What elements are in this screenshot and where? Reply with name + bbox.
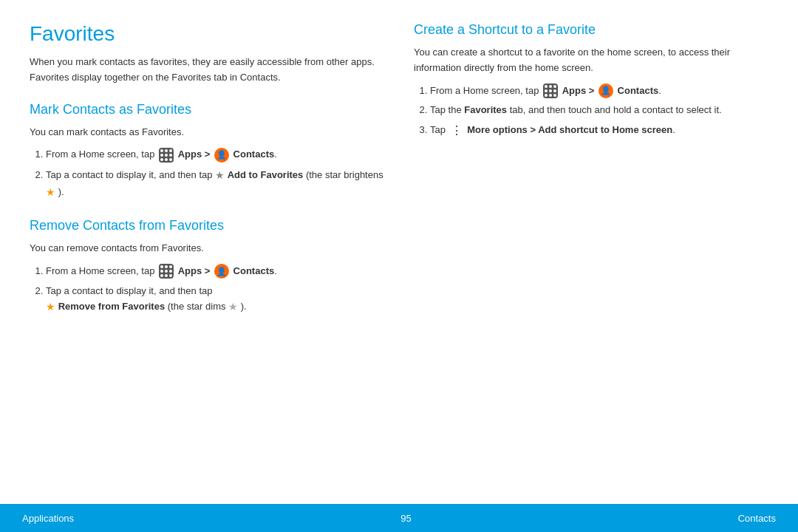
apps-grid-icon-2 bbox=[160, 265, 172, 277]
shortcut-step-3-text-before: Tap bbox=[430, 124, 449, 135]
page-title: Favorites bbox=[30, 22, 384, 46]
shortcut-section: Create a Shortcut to a Favorite You can … bbox=[414, 22, 768, 138]
footer-wrapper: Applications 95 Contacts bbox=[22, 513, 776, 524]
period1: . bbox=[274, 149, 277, 160]
shortcut-step-2: Tap the Favorites tab, and then touch an… bbox=[430, 103, 768, 118]
contacts-label: Contacts bbox=[233, 149, 275, 160]
contacts-icon-2: 👤 bbox=[214, 264, 229, 279]
shortcut-step-2-text: Tap the Favorites tab, and then touch an… bbox=[430, 104, 722, 115]
shortcut-step-3: Tap More options > Add shortcut to Home … bbox=[430, 123, 768, 138]
remove-step-2-end: (the star dims bbox=[168, 301, 228, 312]
footer-right: Contacts bbox=[738, 513, 776, 524]
period3: . bbox=[658, 85, 661, 96]
mark-step-1: From a Home screen, tap Apps > 👤 Contact… bbox=[46, 147, 384, 163]
remove-step-2-paren-close: ). bbox=[241, 301, 247, 312]
contacts-icon: 👤 bbox=[214, 148, 229, 163]
star-filled-icon: ★ bbox=[46, 184, 55, 200]
apps-label-3: Apps > bbox=[562, 85, 597, 96]
page-intro: When you mark contacts as favorites, the… bbox=[30, 55, 384, 86]
remove-step-2: Tap a contact to display it, and then ta… bbox=[46, 284, 384, 316]
star-empty-icon: ★ bbox=[215, 167, 225, 183]
remove-favorites-title: Remove Contacts from Favorites bbox=[30, 218, 384, 233]
remove-favorites-section: Remove Contacts from Favorites You can r… bbox=[30, 218, 384, 316]
shortcut-steps: From a Home screen, tap Apps > 👤 Contact… bbox=[414, 83, 768, 138]
footer: Applications 95 Contacts bbox=[0, 504, 798, 532]
more-options-icon bbox=[450, 124, 463, 137]
favorites-tab-label: Favorites bbox=[464, 104, 507, 115]
remove-favorites-desc: You can remove contacts from Favorites. bbox=[30, 241, 384, 256]
add-shortcut-label: More options > Add shortcut to Home scre… bbox=[467, 124, 672, 135]
apps-grid-icon-3 bbox=[545, 85, 556, 97]
remove-favorites-steps: From a Home screen, tap Apps > 👤 Contact… bbox=[30, 264, 384, 316]
shortcut-desc: You can create a shortcut to a favorite … bbox=[414, 45, 768, 76]
period2: . bbox=[274, 265, 277, 276]
left-column: Favorites When you mark contacts as favo… bbox=[30, 22, 384, 489]
star-dim-icon: ★ bbox=[228, 299, 238, 315]
apps-grid-icon bbox=[160, 149, 172, 161]
contacts-label-2: Contacts bbox=[233, 265, 275, 276]
footer-center: 95 bbox=[400, 513, 411, 524]
apps-label: Apps > bbox=[178, 149, 213, 160]
mark-step-2: Tap a contact to display it, and then ta… bbox=[46, 167, 384, 200]
mark-favorites-section: Mark Contacts as Favorites You can mark … bbox=[30, 102, 384, 200]
mark-step-2-text: Tap a contact to display it, and then ta… bbox=[46, 169, 215, 180]
shortcut-step-1: From a Home screen, tap Apps > 👤 Contact… bbox=[430, 83, 768, 99]
period4: . bbox=[672, 124, 675, 135]
remove-from-favorites-label: Remove from Favorites bbox=[58, 301, 166, 312]
contacts-label-3: Contacts bbox=[618, 85, 659, 96]
remove-step-2-text: Tap a contact to display it, and then ta… bbox=[46, 285, 212, 296]
mark-favorites-title: Mark Contacts as Favorites bbox=[30, 102, 384, 117]
right-column: Create a Shortcut to a Favorite You can … bbox=[414, 22, 768, 489]
apps-icon-3 bbox=[543, 83, 558, 98]
shortcut-step-1-text-before: From a Home screen, tap bbox=[430, 85, 542, 96]
apps-label-2: Apps > bbox=[178, 265, 213, 276]
footer-left: Applications bbox=[22, 513, 74, 524]
mark-step-1-text-before: From a Home screen, tap bbox=[46, 149, 157, 160]
contacts-icon-3: 👤 bbox=[598, 83, 613, 98]
apps-icon bbox=[159, 148, 174, 163]
remove-step-1-text-before: From a Home screen, tap bbox=[46, 265, 157, 276]
mark-favorites-steps: From a Home screen, tap Apps > 👤 Contact… bbox=[30, 147, 384, 200]
remove-step-1: From a Home screen, tap Apps > 👤 Contact… bbox=[46, 264, 384, 279]
mark-step-2-end: (the star brightens bbox=[306, 169, 383, 180]
apps-icon-2 bbox=[159, 264, 174, 279]
shortcut-title: Create a Shortcut to a Favorite bbox=[414, 22, 768, 38]
mark-favorites-desc: You can mark contacts as Favorites. bbox=[30, 125, 384, 140]
mark-step-2-paren-close: ). bbox=[58, 185, 64, 197]
star-filled-icon-2: ★ bbox=[46, 299, 55, 315]
add-to-favorites-label: Add to Favorites bbox=[228, 169, 304, 180]
